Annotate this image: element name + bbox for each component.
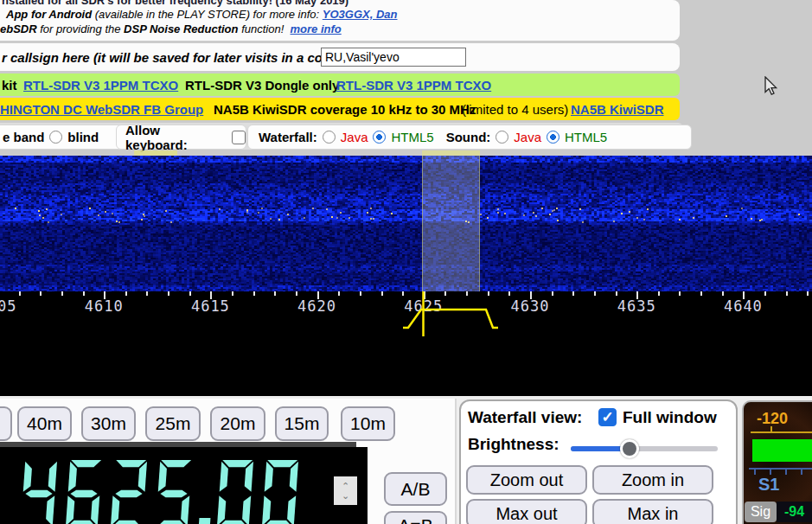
callsign-bar: r callsign here (it will be saved for la… — [0, 43, 680, 71]
rtlsdr-link-1[interactable]: RTL-SDR V3 1PPM TCXO — [23, 78, 178, 93]
fb-group-link[interactable]: HINGTON DC WebSDR FB Group — [0, 102, 203, 117]
band-button-40m[interactable]: 40m — [17, 406, 72, 441]
band-button-15m[interactable]: 15m — [275, 406, 329, 441]
brightness-label: Brightness: — [468, 435, 559, 454]
info-line2: App for Android (available in the PLAY S… — [6, 8, 398, 21]
max-in-button[interactable]: Max in — [592, 499, 713, 524]
brightness-slider-thumb[interactable] — [620, 439, 639, 458]
yellow-ad-bar: HINGTON DC WebSDR FB Group NA5B KiwiSDR … — [0, 98, 680, 120]
renderer-box: Waterfall: Java HTML5 Sound: Java HTML5 — [247, 125, 692, 150]
sound-java-label: Java — [514, 130, 541, 144]
sig-value: -94 — [777, 502, 812, 522]
info-line1: nstalled for all SDR's for better freque… — [2, 0, 348, 7]
full-window-label: Full window — [623, 408, 717, 427]
blind-radio[interactable] — [49, 131, 62, 144]
zoom-in-button[interactable]: Zoom in — [592, 465, 713, 495]
s-unit-label: S1 — [758, 475, 779, 495]
max-out-button[interactable]: Max out — [466, 499, 587, 524]
smeter-scale-tick — [770, 426, 772, 431]
ab-copy-button[interactable]: A=B — [384, 511, 447, 524]
panel-divider — [455, 399, 457, 524]
green-ad-bar: kit RTL-SDR V3 1PPM TCXO RTL-SDR V3 Dong… — [0, 73, 680, 96]
smeter-scale-line — [751, 431, 812, 433]
keyboard-box: Allow keyboard: — [116, 125, 246, 150]
info-bar: nstalled for all SDR's for better freque… — [0, 0, 680, 41]
zoom-out-button[interactable]: Zoom out — [466, 465, 587, 495]
sound-html5-label: HTML5 — [565, 130, 607, 144]
allow-keyboard-label: Allow keyboard: — [125, 123, 225, 152]
frequency-scale[interactable]: 46054610461546204625463046354640 The Buz… — [0, 291, 812, 396]
ab-swap-button[interactable]: A/B — [384, 472, 447, 506]
band-button-25m[interactable]: 25m — [145, 406, 201, 441]
android-app-label: App for Android — [6, 8, 92, 21]
sound-html5-radio[interactable] — [547, 131, 559, 144]
frequency-digits — [19, 454, 305, 524]
step-up-icon[interactable]: ⌃ — [342, 482, 349, 491]
sig-chip: Sig — [745, 502, 777, 522]
full-window-checkbox[interactable]: ✓ — [598, 408, 617, 426]
waterfall-mode-label: Waterfall: — [259, 130, 317, 144]
na5b-kiwisdr-link[interactable]: NA5B KiwiSDR — [571, 102, 664, 117]
band-button-30m[interactable]: 30m — [81, 406, 136, 441]
smeter-scale-label: -120 — [757, 410, 788, 428]
s-unit-tick — [801, 470, 802, 475]
sound-java-radio[interactable] — [496, 131, 508, 144]
waterfall-html5-radio[interactable] — [373, 131, 386, 144]
frequency-display: ⌃ ⌄ — [0, 447, 368, 524]
band-mode-label: e band — [3, 130, 44, 144]
band-button-partial[interactable] — [0, 406, 12, 441]
callsign-label: r callsign here (it will be saved for la… — [2, 50, 357, 65]
yo3ggx-link[interactable]: YO3GGX, Dan — [323, 8, 398, 21]
frequency-stepper[interactable]: ⌃ ⌄ — [334, 476, 357, 505]
waterfall-view-label: Waterfall view: — [468, 408, 582, 427]
waterfall-java-radio[interactable] — [323, 131, 336, 144]
sound-mode-label: Sound: — [446, 130, 491, 144]
s-unit-scale-line — [749, 468, 812, 470]
waterfall-canvas[interactable] — [0, 156, 812, 291]
s-unit-tick — [785, 470, 787, 475]
allow-keyboard-checkbox[interactable] — [232, 131, 246, 144]
signal-bar — [752, 439, 812, 462]
band-button-10m[interactable]: 10m — [341, 406, 395, 441]
band-button-20m[interactable]: 20m — [210, 406, 265, 441]
waterfall-java-label: Java — [341, 130, 368, 144]
websdr-page: nstalled for all SDR's for better freque… — [0, 0, 812, 524]
rtlsdr-link-2[interactable]: RTL-SDR V3 1PPM TCXO — [336, 78, 491, 93]
waterfall-html5-label: HTML5 — [391, 130, 433, 144]
s-unit-tick — [754, 470, 756, 475]
callsign-input[interactable] — [321, 48, 466, 67]
blind-label: blind — [67, 130, 99, 144]
more-info-link[interactable]: more info — [291, 22, 342, 35]
info-line3: ebSDR for providing the DSP Noise Reduct… — [0, 22, 342, 35]
mouse-cursor — [764, 76, 780, 97]
step-down-icon[interactable]: ⌄ — [342, 491, 349, 501]
